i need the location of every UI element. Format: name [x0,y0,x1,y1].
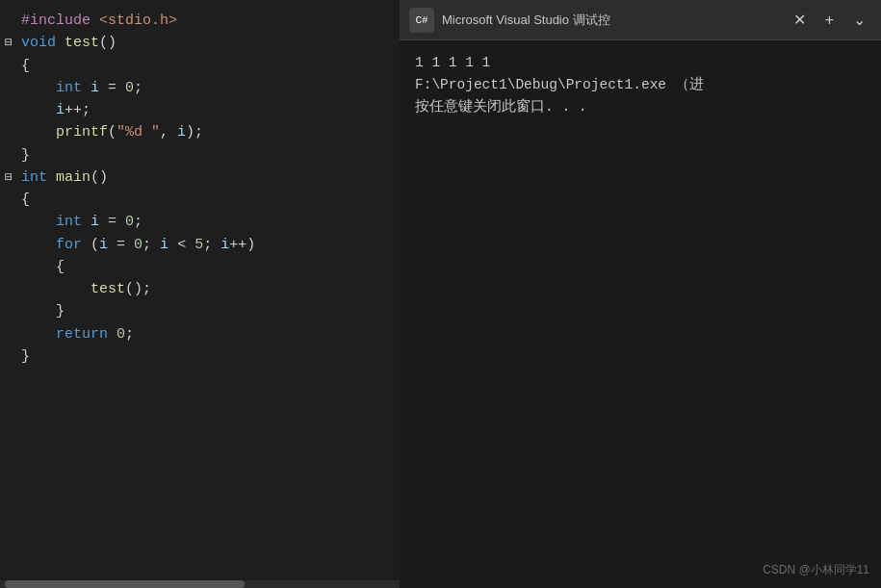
code-token: = [108,237,134,253]
code-token: } [56,303,65,320]
code-line: return 0; [0,323,400,345]
code-content: } [17,345,30,368]
code-token: int [56,214,82,230]
code-token: return [56,326,108,343]
code-token: ; [203,237,220,253]
code-token: 0 [125,80,134,96]
code-token: } [21,147,30,164]
code-token: i [220,237,229,253]
code-token [21,259,56,275]
console-title: Microsoft Visual Studio 调试控 [442,12,780,29]
console-body: 1 1 1 1 1F:\Project1\Debug\Project1.exe … [400,40,881,588]
gutter-icon[interactable]: ⊟ [0,168,17,188]
code-token [21,326,56,343]
code-line: ⊟void test() [0,32,400,54]
code-token: ++; [65,102,91,118]
code-token: { [21,192,30,208]
code-content: int i = 0; [17,77,143,99]
code-token: test [91,281,125,297]
chevron-down-button[interactable]: ⌄ [847,9,871,31]
code-token: i [177,124,186,141]
code-token: { [21,58,30,74]
code-content: { [17,55,30,77]
code-line: { [0,55,400,77]
code-token [21,214,56,230]
code-token: ( [108,124,117,141]
code-token: (); [125,281,151,297]
code-token [21,303,56,320]
code-token: test [65,35,99,51]
code-line: } [0,345,400,368]
code-content: void test() [17,32,117,54]
code-content: #include <stdio.h> [17,10,177,32]
code-line: int i = 0; [0,211,400,233]
code-token: i [56,102,65,118]
code-token: "%d " [117,124,160,141]
code-token: ); [186,124,203,141]
code-line: for (i = 0; i < 5; i++) [0,234,400,256]
code-content: for (i = 0; i < 5; i++) [17,234,255,256]
code-token: ++) [229,237,255,253]
code-line: } [0,300,400,322]
code-line: { [0,189,400,211]
code-token: = [99,80,125,96]
code-token: < [168,237,194,253]
code-token: ; [134,80,143,96]
code-token: int [56,80,82,96]
code-token [21,237,56,253]
code-token: 0 [134,237,143,253]
code-token: i [91,214,99,230]
code-token [82,214,91,230]
close-button[interactable]: ✕ [788,9,812,31]
gutter-icon[interactable]: ⊟ [0,34,17,53]
code-content: test(); [17,278,151,300]
code-line: i++; [0,99,400,121]
code-token: ; [125,326,134,343]
code-content: } [17,144,30,166]
console-output-line: 按任意键关闭此窗口. . . [415,96,866,118]
code-token [108,326,117,343]
code-token: { [56,259,65,275]
horizontal-scrollbar[interactable] [0,580,400,588]
console-titlebar: C# Microsoft Visual Studio 调试控 ✕ + ⌄ [400,0,881,40]
code-content: } [17,300,65,322]
scrollbar-thumb[interactable] [5,580,245,588]
code-content: return 0; [17,323,134,345]
code-content: { [17,189,30,211]
code-token: for [56,237,82,253]
main-container: #include <stdio.h>⊟void test(){ int i = … [0,0,881,588]
code-token [21,102,56,118]
code-token: ( [82,237,99,253]
code-token [21,124,56,141]
add-tab-button[interactable]: + [819,10,840,31]
code-token: 0 [117,326,125,343]
code-token: i [99,237,108,253]
code-token: () [99,35,117,51]
code-content: i++; [17,99,91,121]
code-token [47,169,56,186]
code-token: , [160,124,177,141]
code-token [21,281,91,297]
code-token: <stdio.h> [99,13,177,29]
code-token: i [160,237,168,253]
console-output-line: F:\Project1\Debug\Project1.exe （进 [415,74,866,96]
code-line: int i = 0; [0,77,400,99]
code-token: = [99,214,125,230]
console-app-icon: C# [409,8,434,33]
code-content: { [17,256,65,278]
code-token: } [21,348,30,365]
code-token: ; [134,214,143,230]
console-icon-label: C# [415,14,428,26]
code-token: main [56,169,91,186]
code-token: 5 [194,237,203,253]
code-line: } [0,144,400,166]
code-token: int [21,169,47,186]
code-token [21,80,56,96]
code-token: void [21,35,65,51]
code-content: int i = 0; [17,211,143,233]
code-line: #include <stdio.h> [0,10,400,32]
code-token: () [91,169,108,186]
console-panel: C# Microsoft Visual Studio 调试控 ✕ + ⌄ 1 1… [400,0,881,588]
code-line: ⊟int main() [0,166,400,189]
code-line: { [0,256,400,278]
